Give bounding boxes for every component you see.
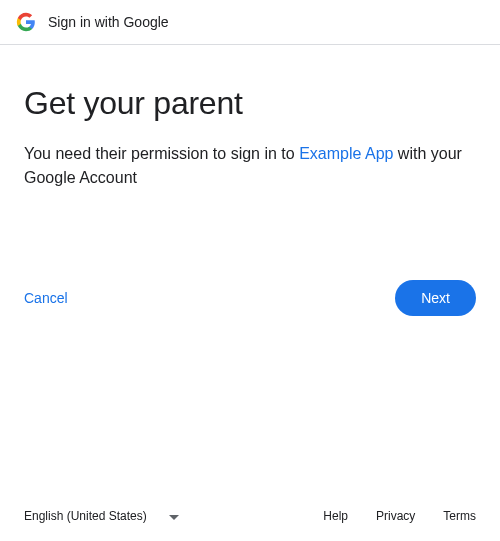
google-logo-icon bbox=[16, 12, 36, 32]
header-bar: Sign in with Google bbox=[0, 0, 500, 45]
help-link[interactable]: Help bbox=[323, 509, 348, 523]
action-row: Cancel Next bbox=[24, 280, 476, 316]
language-selector[interactable]: English (United States) bbox=[24, 509, 179, 523]
footer-links: Help Privacy Terms bbox=[323, 509, 476, 523]
terms-link[interactable]: Terms bbox=[443, 509, 476, 523]
language-label: English (United States) bbox=[24, 509, 147, 523]
footer: English (United States) Help Privacy Ter… bbox=[0, 497, 500, 541]
description-prefix: You need their permission to sign in to bbox=[24, 145, 299, 162]
description-text: You need their permission to sign in to … bbox=[24, 142, 476, 190]
page-heading: Get your parent bbox=[24, 85, 476, 122]
header-title: Sign in with Google bbox=[48, 14, 169, 30]
next-button[interactable]: Next bbox=[395, 280, 476, 316]
app-name-link[interactable]: Example App bbox=[299, 145, 393, 162]
cancel-button[interactable]: Cancel bbox=[24, 282, 68, 314]
chevron-down-icon bbox=[169, 509, 179, 523]
privacy-link[interactable]: Privacy bbox=[376, 509, 415, 523]
main-content: Get your parent You need their permissio… bbox=[0, 45, 500, 497]
